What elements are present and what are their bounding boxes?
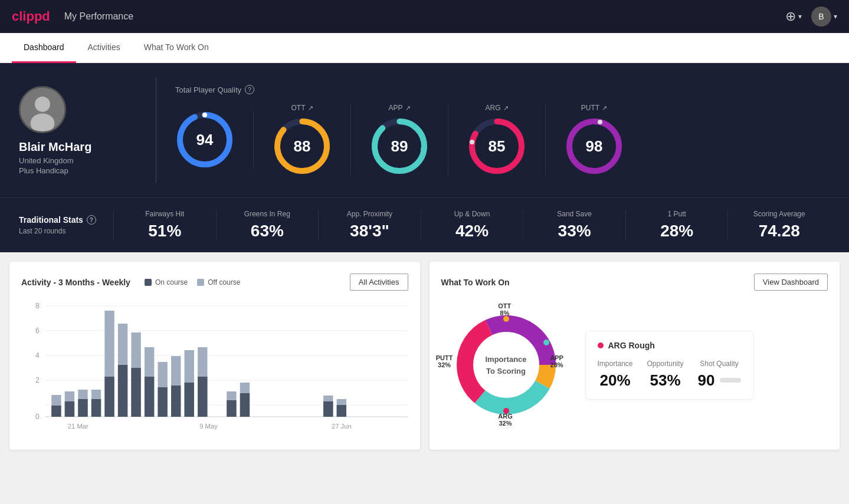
svg-point-13 (470, 140, 474, 144)
header-title: My Performance (64, 11, 133, 22)
chart-header: Activity - 3 Months - Weekly On course O… (21, 274, 408, 291)
wtwo-body: ImportanceTo Scoring OTT8% APP28% ARG32%… (441, 300, 828, 430)
tpq-help-icon[interactable]: ? (245, 85, 254, 94)
svg-rect-53 (227, 400, 236, 417)
svg-rect-49 (185, 383, 194, 417)
what-to-work-on-card: What To Work On View Dashboard (430, 262, 840, 450)
stats-items: Fairways Hit 51% Greens In Reg 63% App. … (113, 210, 830, 241)
wtwo-info-card: ARG Rough Importance 20% Opportunity 53%… (585, 331, 753, 400)
chart-title: Activity - 3 Months - Weekly (21, 278, 130, 287)
legend-on-course-dot (145, 279, 152, 286)
legend-off-course-dot (197, 279, 204, 286)
donut-label-app: APP28% (550, 354, 563, 368)
svg-point-10 (421, 147, 425, 151)
svg-point-2 (31, 113, 55, 133)
svg-rect-55 (240, 393, 250, 417)
all-activities-button[interactable]: All Activities (350, 274, 408, 291)
tab-bar: Dashboard Activities What To Work On (0, 33, 849, 63)
ott-arrow-icon: ↗ (308, 104, 313, 112)
bar-chart-svg: 8 6 4 2 0 (21, 300, 408, 436)
svg-point-16 (598, 120, 602, 124)
hero-section: Blair McHarg United Kingdom Plus Handica… (0, 63, 849, 197)
trad-stats-label: Traditional Stats ? Last 20 rounds (19, 215, 113, 235)
putt-ring: 98 (565, 117, 624, 176)
app-ring: 89 (370, 117, 429, 176)
trad-stats-help-icon[interactable]: ? (87, 215, 96, 225)
svg-rect-41 (131, 368, 140, 417)
chart-legend: On course Off course (145, 278, 241, 286)
view-dashboard-button[interactable]: View Dashboard (754, 274, 828, 291)
avatar-chevron: ▾ (834, 12, 837, 21)
app-arrow-icon: ↗ (405, 104, 411, 112)
svg-rect-39 (118, 365, 127, 417)
stat-fairways-hit: Fairways Hit 51% (113, 210, 216, 241)
plus-icon: ⊕ (785, 9, 796, 24)
stat-app-proximity: App. Proximity 38'3" (318, 210, 421, 241)
arg-arrow-icon: ↗ (503, 104, 509, 112)
putt-label: PUTT ↗ (581, 104, 607, 112)
svg-rect-43 (145, 377, 154, 417)
donut-center-text: ImportanceTo Scoring (485, 354, 526, 377)
legend-on-course: On course (145, 278, 188, 286)
tpq-label: Total Player Quality ? (175, 85, 830, 94)
svg-text:4: 4 (35, 351, 40, 360)
scores-section: Total Player Quality ? 94 (175, 85, 830, 176)
stat-greens-in-reg: Greens In Reg 63% (216, 210, 319, 241)
tab-what-to-work-on[interactable]: What To Work On (132, 33, 221, 63)
player-country: United Kingdom (19, 156, 74, 165)
score-card-arg: ARG ↗ 85 (448, 104, 546, 176)
svg-text:0: 0 (35, 413, 40, 421)
score-card-app: APP ↗ 89 (351, 104, 448, 176)
arg-ring: 85 (467, 117, 526, 176)
svg-text:8: 8 (35, 302, 40, 310)
metric-shot-quality: Shot Quality 90 (698, 360, 741, 390)
tab-dashboard[interactable]: Dashboard (12, 33, 76, 63)
activity-chart-card: Activity - 3 Months - Weekly On course O… (9, 262, 420, 450)
add-chevron: ▾ (798, 12, 802, 21)
ott-ring: 88 (273, 117, 332, 176)
svg-rect-45 (158, 387, 167, 417)
svg-rect-29 (51, 406, 61, 417)
score-card-putt: PUTT ↗ 98 (546, 104, 643, 176)
svg-point-69 (543, 340, 549, 345)
stats-bar: Traditional Stats ? Last 20 rounds Fairw… (0, 197, 849, 252)
svg-text:21 Mar: 21 Mar (68, 423, 88, 430)
ott-label: OTT ↗ (291, 104, 313, 112)
shot-quality-bar (720, 378, 741, 383)
app-score-value: 89 (391, 137, 408, 156)
svg-text:27 Jun: 27 Jun (332, 423, 352, 430)
svg-rect-51 (198, 377, 207, 417)
player-info: Blair McHarg United Kingdom Plus Handica… (19, 86, 137, 175)
arg-label: ARG ↗ (485, 104, 508, 112)
donut-chart: ImportanceTo Scoring OTT8% APP28% ARG32%… (441, 300, 571, 430)
metric-opportunity: Opportunity 53% (647, 360, 684, 390)
svg-rect-37 (104, 377, 114, 417)
svg-rect-33 (78, 399, 87, 417)
svg-point-68 (503, 316, 509, 322)
main-ring: 94 (175, 110, 234, 169)
score-card-ott: OTT ↗ 88 (254, 104, 351, 176)
score-card-main: 94 (175, 110, 254, 169)
tab-activities[interactable]: Activities (76, 33, 132, 63)
wtwo-header: What To Work On View Dashboard (441, 274, 828, 291)
player-handicap: Plus Handicap (19, 166, 68, 175)
stat-up-down: Up & Down 42% (421, 210, 523, 241)
player-name: Blair McHarg (19, 140, 91, 154)
svg-rect-35 (91, 399, 101, 417)
stat-scoring-average: Scoring Average 74.28 (727, 210, 830, 241)
trad-stats-title: Traditional Stats ? (19, 215, 113, 225)
avatar-button[interactable]: B ▾ (811, 6, 837, 27)
arg-score-value: 85 (489, 137, 506, 156)
putt-score-value: 98 (586, 137, 603, 156)
svg-text:6: 6 (35, 327, 40, 335)
add-button[interactable]: ⊕ ▾ (785, 9, 802, 24)
arg-rough-dot (598, 342, 604, 348)
stat-1-putt: 1 Putt 28% (625, 210, 728, 241)
avatar: B (811, 6, 831, 27)
score-cards: 94 OTT ↗ 88 (175, 104, 830, 176)
header-right: ⊕ ▾ B ▾ (785, 6, 837, 27)
divider (156, 77, 156, 183)
donut-label-arg: ARG32% (498, 413, 512, 427)
putt-arrow-icon: ↗ (602, 104, 607, 112)
svg-point-5 (202, 113, 207, 117)
